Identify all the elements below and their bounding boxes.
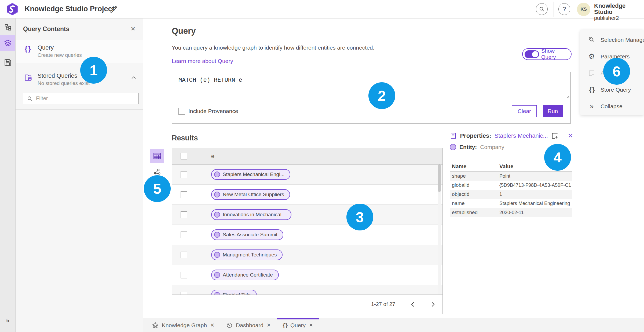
expand-rail-button[interactable]: » [0, 313, 15, 328]
double-chevron-icon: » [6, 316, 9, 325]
gear-icon: ⚙ [588, 53, 596, 60]
row-checkbox[interactable] [181, 232, 187, 238]
knowledge-graph-icon [152, 322, 159, 329]
entity-chip[interactable]: Innovations in Mechanical... [211, 209, 291, 220]
tab-dashboard[interactable]: Dashboard ✕ [220, 318, 277, 332]
row-checkbox[interactable] [181, 191, 187, 198]
results-title: Results [172, 134, 198, 142]
entity-chip[interactable]: Sales Associate Summit [211, 229, 283, 240]
entity-chip[interactable]: Managment Techniques [211, 249, 283, 260]
avatar[interactable]: KS [577, 3, 590, 16]
table-row: Attendance Certificate [172, 265, 442, 285]
scrollbar-track[interactable] [438, 165, 441, 295]
layers-icon [4, 39, 12, 47]
tab-knowledge-graph[interactable]: Knowledge Graph ✕ [146, 318, 220, 332]
properties-label: Properties: [460, 132, 491, 139]
header-checkbox-cell [172, 148, 196, 164]
close-tab-button[interactable]: ✕ [267, 322, 271, 328]
learn-more-link[interactable]: Learn more about Query [172, 58, 233, 64]
row-checkbox[interactable] [181, 252, 187, 258]
callout-6: 6 [603, 58, 630, 85]
sidebar-item-stored-queries[interactable]: Stored Queries No stored queries exist [16, 69, 143, 90]
chevron-up-icon[interactable] [131, 76, 136, 79]
layers-button-active[interactable] [0, 35, 15, 51]
collapse-item[interactable]: » Collapse [580, 98, 644, 115]
save-button[interactable] [0, 55, 15, 70]
page-description: You can query a knowledge graph to ident… [172, 44, 374, 51]
property-row: globalid {5D9B4713-F98D-4A53-A59F-C11... [450, 181, 572, 190]
entity-chip[interactable]: Staplers Mechanical Engi... [211, 169, 290, 180]
left-rail: » [0, 18, 16, 332]
toggle-label: Show Query [541, 48, 567, 60]
property-row: objectid 1 [450, 190, 572, 199]
app-logo-icon[interactable] [6, 3, 19, 16]
link-chart-icon [153, 168, 161, 176]
previous-page-button[interactable] [409, 301, 416, 308]
table-row: Managment Techniques [172, 245, 442, 265]
close-tab-button[interactable]: ✕ [309, 322, 313, 328]
entity-chip[interactable]: Firebird Title [211, 290, 257, 295]
select-all-checkbox[interactable] [181, 153, 187, 159]
row-checkbox[interactable] [181, 171, 187, 178]
toggle-knob [532, 51, 538, 57]
clear-button[interactable]: Clear [512, 105, 537, 117]
row-checkbox[interactable] [181, 211, 187, 218]
double-chevron-icon: » [588, 103, 596, 110]
filter-field [23, 93, 139, 104]
braces-icon: { } [588, 86, 596, 94]
properties-header: Properties: Staplers Mechanic... ✕ [450, 132, 573, 140]
callout-1: 1 [80, 57, 107, 84]
resize-handle[interactable] [566, 95, 569, 98]
next-page-button[interactable] [430, 301, 437, 308]
results-view-toolbar [150, 149, 164, 177]
sidebar-item-query[interactable]: { } Query Create new queries [16, 40, 143, 63]
property-row: shape Point [450, 171, 572, 181]
scrollbar-thumb[interactable] [438, 165, 441, 192]
close-tab-button[interactable]: ✕ [210, 322, 214, 328]
add-to-map-button[interactable] [551, 132, 559, 140]
include-provenance-label: Include Provenance [188, 108, 238, 114]
header-divider [554, 2, 554, 17]
help-button[interactable]: ? [558, 3, 570, 15]
tab-query-active[interactable]: { } Query ✕ [277, 318, 319, 332]
entity-dot-icon [214, 171, 220, 177]
table-icon [153, 152, 162, 160]
panel-title: Query Contents [23, 25, 69, 33]
selection-manager-item[interactable]: Selection Manager [580, 32, 644, 48]
include-provenance-checkbox[interactable] [178, 108, 185, 115]
results-pagination: 1-27 of 27 [172, 294, 442, 314]
table-row: New Metal Office Suppliers [172, 185, 442, 205]
selection-manager-icon [588, 36, 596, 44]
toggle-switch[interactable] [525, 50, 539, 58]
callout-4: 4 [544, 144, 571, 171]
user-name: Knowledge Studio [594, 3, 644, 15]
properties-entity-link[interactable]: Staplers Mechanic... [495, 132, 548, 139]
property-row: established 2020-02-11 [450, 208, 572, 217]
help-icon: ? [563, 6, 566, 13]
callout-2: 2 [368, 82, 395, 109]
close-panel-button[interactable]: ✕ [131, 25, 136, 32]
entity-type: Company [480, 144, 504, 150]
edit-project-button[interactable] [109, 5, 119, 14]
row-checkbox[interactable] [181, 272, 187, 278]
entity-chip[interactable]: New Metal Office Suppliers [211, 189, 290, 200]
table-row: Sales Associate Summit [172, 225, 442, 245]
entity-label: Entity: [459, 144, 477, 150]
table-view-button[interactable] [150, 149, 164, 163]
data-model-button[interactable] [0, 20, 15, 35]
save-icon [4, 58, 12, 66]
search-icon [27, 95, 33, 102]
run-button[interactable]: Run [543, 105, 563, 117]
results-table: e Staplers Mechanical Engi... New Metal … [172, 148, 443, 314]
user-info: Knowledge Studio publisher2 [594, 3, 644, 21]
add-to-map-icon [551, 132, 559, 140]
table-row: Firebird Title [172, 285, 442, 295]
item-title: Query [38, 44, 136, 51]
close-properties-button[interactable]: ✕ [568, 132, 573, 140]
page-title: Query [172, 26, 196, 36]
entity-chip[interactable]: Attendance Certificate [211, 270, 279, 280]
filter-input[interactable] [23, 93, 139, 104]
property-row: name Staplers Mechanical Engineering [450, 199, 572, 208]
show-query-toggle[interactable]: Show Query [522, 48, 572, 60]
search-button[interactable] [536, 3, 548, 15]
